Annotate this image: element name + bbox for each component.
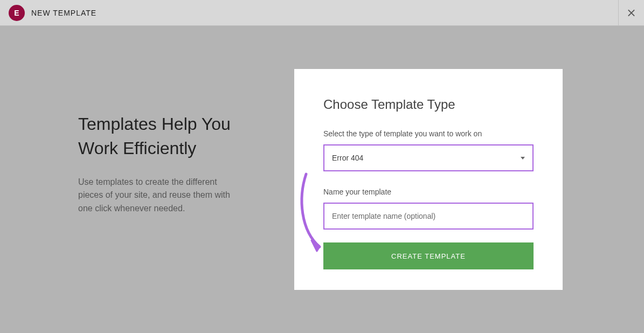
template-form-card: Choose Template Type Select the type of … [294, 69, 563, 290]
close-icon [627, 9, 635, 17]
elementor-logo-icon: E [9, 5, 25, 21]
type-label: Select the type of template you want to … [323, 129, 534, 138]
intro-section: Templates Help You Work Efficiently Use … [0, 26, 322, 333]
intro-heading: Templates Help You Work Efficiently [78, 112, 251, 161]
template-name-field-wrap [323, 203, 534, 230]
intro-text: Use templates to create the different pi… [78, 176, 240, 216]
close-button[interactable] [618, 0, 635, 26]
modal-header: E NEW TEMPLATE [0, 0, 644, 26]
template-type-select[interactable]: Error 404 [323, 144, 534, 171]
create-template-button[interactable]: CREATE TEMPLATE [323, 242, 534, 269]
form-heading: Choose Template Type [323, 97, 534, 112]
modal-title: NEW TEMPLATE [31, 9, 96, 17]
chevron-down-icon [521, 157, 525, 159]
name-label: Name your template [323, 188, 534, 196]
template-type-value: Error 404 [332, 154, 521, 162]
template-name-input[interactable] [332, 212, 525, 220]
